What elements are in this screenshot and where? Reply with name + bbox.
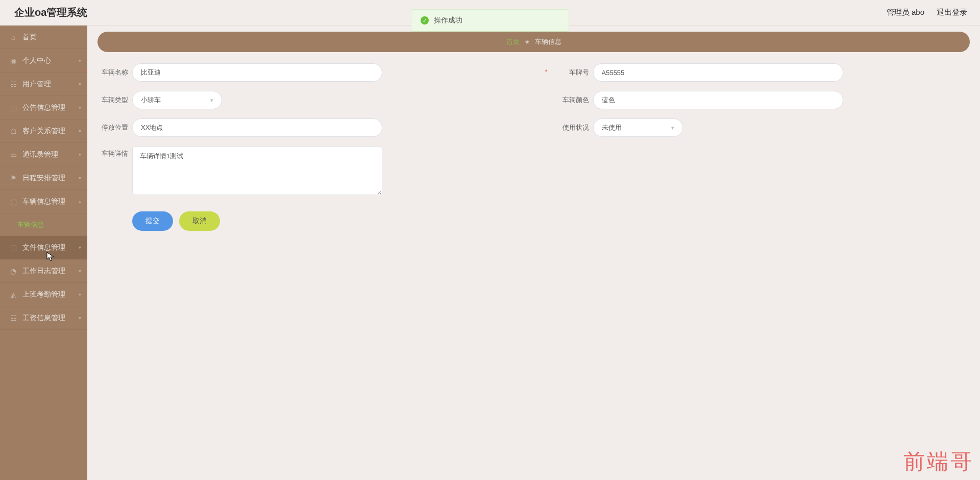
input-vehicle-name[interactable] — [132, 63, 382, 82]
toast-text: 操作成功 — [434, 16, 462, 25]
main-content: 首页 ★ 车辆信息 车辆名称 车辆类型 小轿车 ▾ 停放位置 — [87, 26, 980, 480]
sidebar-item-salary[interactable]: ☲ 工资信息管理 ▾ — [0, 306, 87, 330]
sidebar-item-schedule[interactable]: ⚑ 日程安排管理 ▾ — [0, 166, 87, 190]
label-detail: 车辆详情 — [88, 146, 128, 158]
chevron-down-icon: ▾ — [671, 125, 674, 131]
flag-icon: ⚑ — [9, 174, 17, 182]
book-icon: ▭ — [9, 151, 17, 159]
sidebar-item-announce[interactable]: ▦ 公告信息管理 ▾ — [0, 96, 87, 119]
chevron-down-icon: ▾ — [79, 105, 81, 110]
star-icon: ★ — [525, 39, 530, 45]
input-plate[interactable] — [593, 63, 843, 82]
home-icon: ⌂ — [9, 33, 17, 41]
chevron-down-icon: ▾ — [79, 128, 81, 134]
chevron-down-icon: ▾ — [79, 292, 81, 297]
user-icon: ◉ — [9, 57, 17, 65]
people-icon: ☖ — [9, 127, 17, 135]
sidebar-item-contacts[interactable]: ▭ 通讯录管理 ▾ — [0, 143, 87, 166]
breadcrumb: 首页 ★ 车辆信息 — [97, 32, 970, 52]
watermark: 前端哥 — [903, 447, 974, 476]
label-location: 停放位置 — [88, 123, 128, 132]
sidebar: ⌂ 首页 ◉ 个人中心 ▾ ☷ 用户管理 ▾ ▦ 公告信息管理 ▾ ☖ 客户关系… — [0, 26, 87, 480]
label-plate: 车牌号 — [549, 68, 589, 77]
chevron-down-icon: ▾ — [79, 315, 81, 321]
breadcrumb-current: 车辆信息 — [535, 37, 561, 46]
sidebar-item-profile[interactable]: ◉ 个人中心 ▾ — [0, 49, 87, 73]
sidebar-item-files[interactable]: ▥ 文件信息管理 ▾ — [0, 236, 87, 259]
chevron-down-icon: ▾ — [79, 268, 81, 274]
chevron-down-icon: ▾ — [79, 81, 81, 87]
vehicle-form: 车辆名称 车辆类型 小轿车 ▾ 停放位置 车辆详情 — [97, 52, 970, 231]
money-icon: ☲ — [9, 314, 17, 322]
admin-label[interactable]: 管理员 abo — [887, 8, 924, 17]
success-toast: ✓ 操作成功 — [411, 9, 569, 32]
label-color: 车辆颜色 — [549, 95, 589, 105]
select-status[interactable]: 未使用 ▾ — [593, 118, 683, 137]
chevron-down-icon: ▾ — [79, 175, 81, 181]
chevron-down-icon: ▾ — [79, 152, 81, 157]
label-status: 使用状况 — [549, 123, 589, 132]
sidebar-item-home[interactable]: ⌂ 首页 — [0, 26, 87, 49]
submit-button[interactable]: 提交 — [132, 211, 173, 231]
select-vehicle-type[interactable]: 小轿车 ▾ — [132, 91, 222, 109]
grid-icon: ▦ — [9, 104, 17, 112]
sidebar-item-users[interactable]: ☷ 用户管理 ▾ — [0, 73, 87, 96]
app-title: 企业oa管理系统 — [14, 6, 87, 19]
input-location[interactable] — [132, 118, 382, 137]
file-icon: ▥ — [9, 244, 17, 252]
sidebar-item-vehicle[interactable]: ▢ 车辆信息管理 ▴ — [0, 190, 87, 213]
label-name: 车辆名称 — [88, 68, 128, 77]
logout-link[interactable]: 退出登录 — [937, 8, 967, 17]
input-color[interactable] — [593, 91, 843, 109]
users-icon: ☷ — [9, 80, 17, 88]
sidebar-item-worklog[interactable]: ◔ 工作日志管理 ▾ — [0, 259, 87, 283]
sidebar-item-crm[interactable]: ☖ 客户关系管理 ▾ — [0, 119, 87, 143]
chevron-down-icon: ▾ — [79, 245, 81, 250]
chevron-down-icon: ▾ — [210, 97, 213, 104]
sidebar-subitem-vehicle-info[interactable]: 车辆信息 — [0, 213, 87, 236]
car-icon: ▢ — [9, 198, 17, 206]
textarea-detail[interactable] — [132, 146, 382, 195]
clock-icon: ◔ — [9, 267, 17, 275]
plane-icon: ◭ — [9, 291, 17, 299]
breadcrumb-home[interactable]: 首页 — [506, 37, 520, 46]
label-type: 车辆类型 — [88, 95, 128, 105]
sidebar-item-attendance[interactable]: ◭ 上班考勤管理 ▾ — [0, 283, 87, 306]
chevron-down-icon: ▾ — [79, 58, 81, 63]
chevron-up-icon: ▴ — [79, 199, 81, 204]
check-circle-icon: ✓ — [421, 16, 429, 25]
top-right: 管理员 abo 退出登录 — [887, 8, 967, 17]
cancel-button[interactable]: 取消 — [179, 211, 220, 231]
